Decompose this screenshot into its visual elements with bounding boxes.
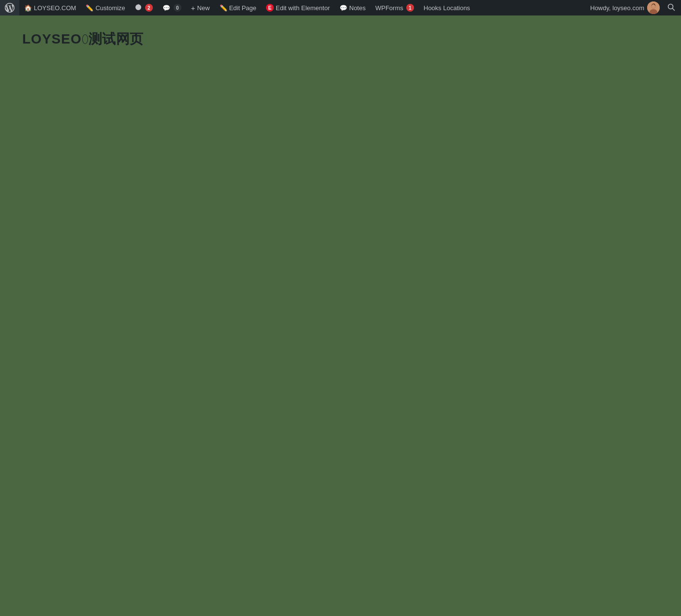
- comments-item[interactable]: 💬 0: [158, 0, 186, 15]
- search-icon: [667, 3, 675, 13]
- adminbar-right: Howdy, loyseo.com: [586, 0, 681, 15]
- svg-line-5: [673, 8, 675, 10]
- avatar: [647, 1, 660, 14]
- updates-icon: [135, 4, 142, 12]
- site-title: LOYSEO 测试网页: [22, 30, 681, 48]
- new-item[interactable]: + New: [186, 0, 215, 15]
- house-icon: 🏠: [24, 4, 32, 12]
- howdy-item[interactable]: Howdy, loyseo.com: [586, 0, 664, 15]
- edit-elementor-item[interactable]: E Edit with Elementor: [261, 0, 335, 15]
- site-title-latin: LOYSEO: [22, 31, 82, 47]
- wp-logo-item[interactable]: [0, 0, 19, 15]
- wpforms-badge: 1: [406, 4, 414, 12]
- site-name-item[interactable]: 🏠 LOYSEO.COM: [19, 0, 81, 15]
- wp-logo-icon: [5, 3, 15, 13]
- edit-elementor-label: Edit with Elementor: [276, 4, 330, 12]
- elementor-icon: E: [266, 4, 274, 12]
- search-button[interactable]: [664, 0, 679, 15]
- edit-page-icon: ✏️: [220, 4, 227, 12]
- customize-label: Customize: [95, 4, 125, 12]
- avatar-image: [647, 1, 660, 14]
- customize-icon: ✏️: [86, 4, 93, 12]
- cursor-circle: [82, 34, 88, 44]
- notes-icon: 💬: [340, 4, 347, 12]
- avatar-svg: [647, 1, 660, 14]
- notes-label: Notes: [349, 4, 366, 12]
- comments-count: 0: [174, 4, 181, 12]
- updates-item[interactable]: 2: [130, 0, 158, 15]
- howdy-text: Howdy, loyseo.com: [590, 4, 644, 12]
- site-name-label: LOYSEO.COM: [34, 4, 76, 12]
- wpforms-label: WPForms: [375, 4, 403, 12]
- main-content: LOYSEO 测试网页: [0, 15, 681, 616]
- customize-item[interactable]: ✏️ Customize: [81, 0, 130, 15]
- notes-item[interactable]: 💬 Notes: [335, 0, 370, 15]
- wpforms-item[interactable]: WPForms 1: [370, 0, 419, 15]
- hooks-item[interactable]: Hooks Locations: [419, 0, 475, 15]
- site-title-chinese: 测试网页: [89, 30, 144, 48]
- comments-icon: 💬: [163, 4, 170, 12]
- edit-page-label: Edit Page: [229, 4, 256, 12]
- edit-page-item[interactable]: ✏️ Edit Page: [215, 0, 261, 15]
- adminbar-left-items: 🏠 LOYSEO.COM ✏️ Customize 2 💬 0 + New: [0, 0, 586, 15]
- hooks-label: Hooks Locations: [424, 4, 470, 12]
- new-icon: +: [191, 4, 195, 12]
- admin-bar: 🏠 LOYSEO.COM ✏️ Customize 2 💬 0 + New: [0, 0, 681, 15]
- updates-count: 2: [145, 4, 153, 12]
- new-label: New: [197, 4, 210, 12]
